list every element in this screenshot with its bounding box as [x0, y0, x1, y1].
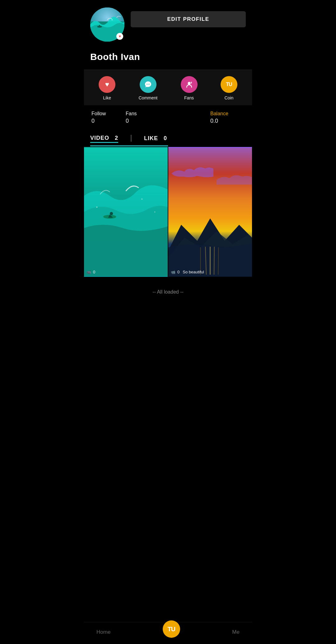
username-label: Booth Ivan — [84, 48, 252, 70]
coin-label: Coin — [224, 95, 233, 100]
tab-video[interactable]: VIDEO 2 — [90, 134, 118, 143]
like-label: Like — [103, 95, 111, 100]
follow-value: 0 — [91, 118, 95, 124]
svg-point-7 — [188, 82, 190, 85]
svg-line-23 — [214, 247, 214, 275]
follow-label: Follow — [91, 111, 106, 116]
video-2-image — [168, 147, 252, 277]
avatar-container: ♥ — [90, 7, 124, 42]
like-icon: ♥ — [99, 76, 115, 93]
action-coin[interactable]: TU Coin — [221, 76, 237, 100]
video-2-count: 0 — [177, 270, 180, 274]
action-fans[interactable]: Fans — [181, 76, 198, 100]
tabs-container: VIDEO 2 LIKE 0 — [84, 130, 252, 146]
stat-follow: Follow 0 — [91, 111, 126, 124]
tabs-row: VIDEO 2 LIKE 0 — [90, 132, 246, 145]
balance-value: 0.0 — [210, 118, 218, 124]
fans-stat-label: Fans — [126, 111, 137, 116]
video-1-meta: 📹 0 — [86, 270, 95, 274]
video-1-count: 0 — [93, 270, 95, 274]
svg-line-24 — [218, 247, 218, 275]
svg-point-3 — [99, 25, 100, 26]
svg-point-16 — [154, 212, 155, 212]
fans-stat-value: 0 — [126, 118, 129, 124]
video-2-title: So beautiful — [183, 270, 204, 274]
svg-point-4 — [147, 84, 147, 85]
comment-icon — [140, 76, 156, 93]
stat-fans: Fans 0 — [126, 111, 160, 124]
balance-label: Balance — [210, 111, 228, 116]
profile-header: ♥ EDIT PROFILE — [84, 0, 252, 48]
all-loaded-text: -- All loaded -- — [84, 277, 252, 304]
edit-profile-button[interactable]: EDIT PROFILE — [131, 11, 246, 27]
video-1-image — [84, 147, 168, 277]
video-cam-icon-2: 📹 — [171, 270, 175, 274]
svg-point-5 — [148, 84, 149, 85]
heart-badge: ♥ — [116, 33, 123, 40]
svg-point-14 — [96, 207, 97, 208]
profile-page: ♥ EDIT PROFILE Booth Ivan ♥ Like Comment — [84, 0, 252, 391]
fans-label: Fans — [184, 95, 194, 100]
video-2-meta: 📹 0 So beautiful — [171, 270, 204, 274]
page-spacer — [84, 304, 252, 366]
stats-row: Follow 0 Fans 0 Balance 0.0 — [84, 105, 252, 130]
video-grid: 📹 0 — [84, 146, 252, 277]
video-cam-icon-1: 📹 — [86, 270, 91, 274]
svg-point-6 — [149, 84, 150, 85]
action-like[interactable]: ♥ Like — [99, 76, 115, 100]
svg-point-15 — [141, 199, 142, 200]
svg-point-13 — [110, 212, 113, 215]
tab-divider — [131, 135, 132, 142]
action-comment[interactable]: Comment — [138, 76, 157, 100]
coin-icon: TU — [221, 76, 237, 93]
comment-label: Comment — [138, 95, 157, 100]
video-thumb-2[interactable]: 📹 0 So beautiful — [168, 147, 252, 277]
stat-balance: Balance 0.0 — [210, 111, 245, 124]
actions-row: ♥ Like Comment — [84, 70, 252, 105]
fans-icon — [181, 76, 198, 93]
tab-like[interactable]: LIKE 0 — [144, 134, 167, 143]
video-thumb-1[interactable]: 📹 0 — [84, 147, 168, 277]
